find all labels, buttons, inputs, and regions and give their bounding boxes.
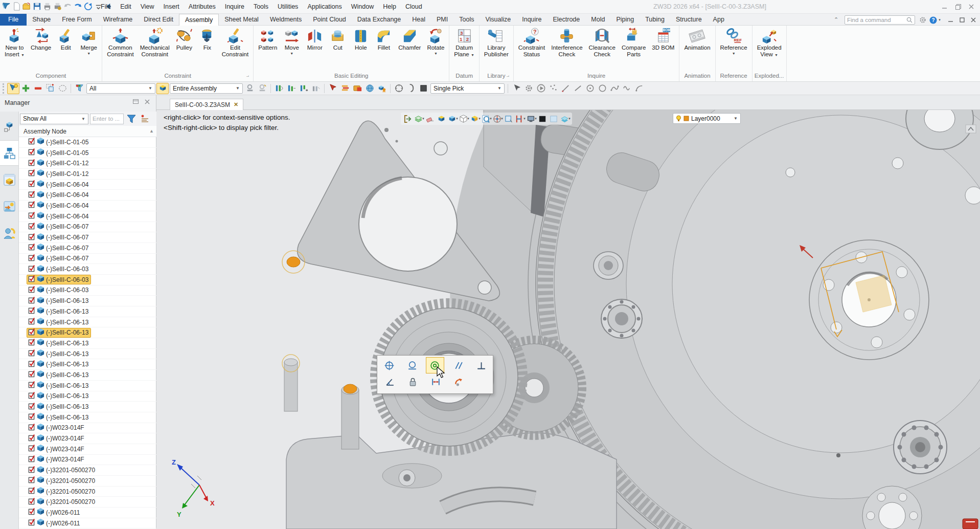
group-launcher-icon[interactable]: ⌐: [245, 74, 250, 79]
menu-inquire[interactable]: Inquire: [220, 0, 249, 14]
search-icon[interactable]: [905, 15, 914, 25]
help-icon[interactable]: ?: [928, 15, 938, 25]
section-view-icon[interactable]: ▾: [515, 114, 526, 124]
undo-icon[interactable]: [63, 1, 72, 12]
tree-row[interactable]: (-)SelII-C-06-13: [19, 370, 156, 381]
align-third-icon[interactable]: [298, 83, 310, 94]
compass-nav-icon[interactable]: [393, 83, 405, 94]
pick-red-arrow-icon[interactable]: [327, 83, 339, 94]
clear-filter-icon[interactable]: [139, 113, 151, 124]
shade-cube-icon[interactable]: [436, 114, 447, 124]
print-setup-icon[interactable]: [53, 1, 62, 12]
add-entity-icon[interactable]: [19, 83, 32, 94]
assembly-3d-model[interactable]: Z Y X: [156, 95, 980, 529]
tree-row[interactable]: (-)SelII-C-06-04: [19, 201, 156, 211]
constraint-lock-icon[interactable]: [403, 373, 422, 390]
constraint-angle-icon[interactable]: [380, 373, 399, 390]
tree-row[interactable]: (-)SelII-C-06-07: [19, 222, 156, 233]
checkbox-icon[interactable]: [28, 518, 35, 528]
layer-dropdown[interactable]: Layer0000 ▼: [673, 113, 741, 124]
redo-icon[interactable]: [74, 1, 82, 12]
spline-tool-icon[interactable]: [608, 83, 621, 94]
tree-row[interactable]: (-)SelII-C-06-13: [19, 381, 156, 391]
compare-parts-button[interactable]: CompareParts: [619, 27, 649, 58]
rotate-button[interactable]: Rotate▼: [424, 27, 447, 56]
tree-row[interactable]: (-)SelII-C-06-13: [19, 317, 156, 328]
filter-funnel-icon[interactable]: [125, 113, 138, 124]
dock-icon[interactable]: [133, 99, 139, 105]
tree-row[interactable]: (-)32201-0500270: [19, 497, 156, 508]
tree-row[interactable]: (-)SelII-C-01-05: [19, 148, 156, 159]
side-tab-visual-manager[interactable]: [0, 167, 19, 192]
part-bearing-right[interactable]: [894, 421, 947, 474]
multi-layer-icon[interactable]: ▾: [560, 114, 571, 124]
display-monitor-icon[interactable]: ▾: [526, 114, 537, 124]
help-dropdown-icon[interactable]: ▾: [937, 15, 942, 25]
hook-snap-icon[interactable]: [405, 83, 417, 94]
viewport-scroll-chevron[interactable]: [966, 125, 976, 133]
tab-free-form[interactable]: Free Form: [56, 14, 97, 26]
checkbox-icon[interactable]: [28, 466, 35, 475]
collapse-ribbon-icon[interactable]: ⌃: [834, 16, 838, 23]
doc-close-icon[interactable]: [968, 15, 979, 25]
menu-window[interactable]: Window: [347, 0, 378, 14]
circle-center-icon[interactable]: [584, 83, 596, 94]
align-first-icon[interactable]: [273, 83, 285, 94]
gear-settings-icon[interactable]: [522, 83, 535, 94]
orient-compass-icon[interactable]: ▾: [492, 114, 503, 124]
restore-icon[interactable]: [951, 0, 965, 13]
checkbox-icon[interactable]: [28, 264, 35, 274]
tree-row[interactable]: (-)SelII-C-06-13: [19, 349, 156, 360]
tab-tools[interactable]: Tools: [453, 14, 480, 26]
close-icon[interactable]: [965, 0, 978, 13]
library-publisher-button[interactable]: LibraryPublisher: [481, 27, 512, 58]
tab-tubing[interactable]: Tubing: [640, 14, 670, 26]
menu-help[interactable]: Help: [378, 0, 401, 14]
hole-button[interactable]: Hole: [349, 27, 372, 52]
window-select-icon[interactable]: [504, 114, 514, 124]
tree-row[interactable]: (-)SelII-C-06-13: [19, 359, 156, 370]
3d-bom-button[interactable]: BOM3D BOM: [649, 27, 677, 52]
tab-point-cloud[interactable]: Point Cloud: [307, 14, 352, 26]
tab-pmi[interactable]: PMI: [431, 14, 453, 26]
tree-row[interactable]: (-)SelII-C-06-07: [19, 232, 156, 243]
minimize-icon[interactable]: [938, 0, 951, 13]
checkbox-icon[interactable]: [28, 285, 35, 295]
tree-row[interactable]: (-)SelII-C-06-13: [19, 306, 156, 317]
edit-button[interactable]: Edit: [54, 27, 77, 52]
checkbox-icon[interactable]: [28, 360, 35, 369]
move-button[interactable]: Move▼: [280, 27, 303, 56]
constraint-tangent-icon[interactable]: [403, 357, 422, 373]
common-constraint-button[interactable]: CommonConstraint: [104, 27, 136, 58]
regen-icon[interactable]: [84, 1, 93, 12]
tab-weldments[interactable]: Weldments: [264, 14, 307, 26]
align-second-icon[interactable]: [285, 83, 298, 94]
open-file-icon[interactable]: [22, 1, 31, 12]
render-mode-icon[interactable]: ▾: [470, 114, 481, 124]
manager-close-icon[interactable]: [145, 99, 150, 105]
checkbox-icon[interactable]: [28, 148, 35, 158]
print-icon[interactable]: [43, 1, 52, 12]
tab-data-exchange[interactable]: Data Exchange: [352, 14, 406, 26]
tree-row[interactable]: (-)SelII-C-06-13: [19, 327, 156, 338]
checkbox-icon[interactable]: [28, 487, 35, 496]
merge-button[interactable]: Merge▼: [77, 27, 100, 56]
arc-tool-icon[interactable]: [633, 83, 645, 94]
cut-button[interactable]: Cut: [326, 27, 349, 52]
menu-insert[interactable]: Insert: [159, 0, 184, 14]
toolbar-grip[interactable]: [3, 83, 6, 94]
checkbox-icon[interactable]: [28, 317, 35, 327]
component-user-icon[interactable]: [376, 83, 388, 94]
checkbox-icon[interactable]: [28, 159, 35, 168]
stamp-a-icon[interactable]: [244, 83, 256, 94]
checkbox-icon[interactable]: [28, 233, 35, 243]
tab-assembly[interactable]: Assembly: [179, 14, 219, 26]
tab-wireframe[interactable]: Wireframe: [98, 14, 139, 26]
tab-heal[interactable]: Heal: [406, 14, 431, 26]
checkbox-icon[interactable]: [28, 222, 35, 232]
checkbox-icon[interactable]: [28, 508, 35, 517]
tree-row[interactable]: (-)SelII-C-06-03: [19, 264, 156, 275]
pattern-copy-icon[interactable]: [44, 83, 56, 94]
constraint-angular-icon[interactable]: [449, 373, 468, 390]
side-tab-render-manager[interactable]: [0, 193, 19, 219]
